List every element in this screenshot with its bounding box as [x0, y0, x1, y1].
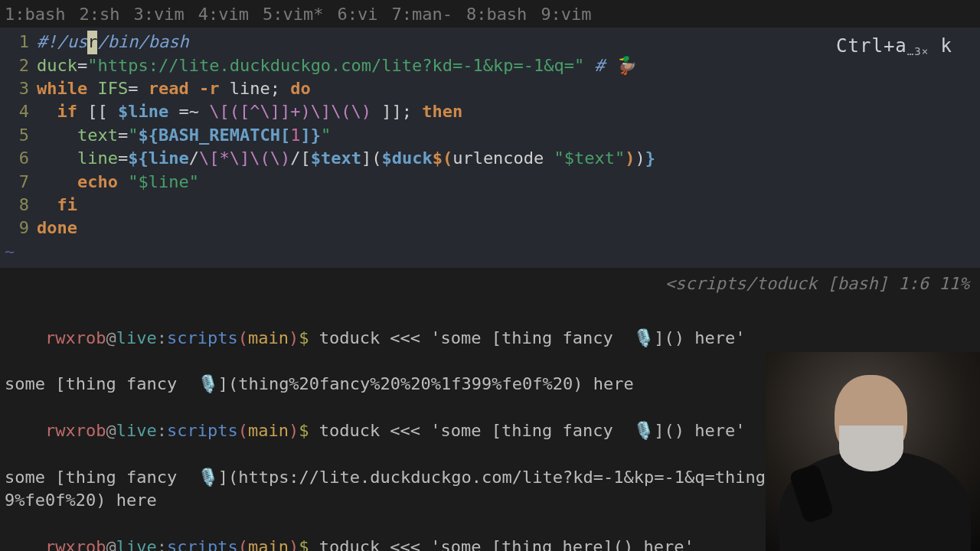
- tmux-window[interactable]: 4:vim: [198, 3, 249, 26]
- code-text: ]}: [300, 124, 321, 147]
- vim-empty-line: ~: [0, 240, 15, 263]
- tmux-window[interactable]: 7:man-: [391, 3, 452, 26]
- code-text: # 🦆: [584, 54, 635, 77]
- prompt-dollar: $: [299, 328, 309, 347]
- line-number: 6: [0, 147, 37, 170]
- prompt-at: @: [106, 328, 116, 347]
- code-text: then: [422, 100, 462, 123]
- code-text: $duck: [381, 147, 432, 170]
- code-text: /: [189, 147, 199, 170]
- code-text: =~: [168, 100, 209, 123]
- vim-status-line: <scripts/toduck [bash] 1:6 11%: [0, 268, 980, 302]
- vim-editor-pane[interactable]: 1#!/usr/bin/bash 2duck="https://lite.duc…: [0, 28, 980, 268]
- code-text: fi: [37, 194, 77, 217]
- prompt-host: live: [116, 328, 157, 347]
- tmux-window[interactable]: 5:vim*: [263, 3, 323, 26]
- code-text: ): [625, 147, 635, 170]
- code-text: \[([^\]]+)\]\(\): [209, 100, 371, 123]
- code-text: line: [37, 147, 118, 170]
- code-text: "$text": [554, 147, 626, 170]
- code-text: ${line: [128, 147, 188, 170]
- code-text: if: [37, 100, 77, 123]
- code-text: =: [77, 54, 87, 77]
- code-text: #!/us: [37, 31, 87, 54]
- code-text: while: [37, 77, 87, 100]
- prompt-user: rwxrob: [45, 421, 106, 440]
- code-text: ]];: [371, 100, 422, 123]
- terminal-command: toduck <<< 'some [thing here]() here': [309, 537, 694, 551]
- code-text: echo: [37, 171, 118, 194]
- code-text: $(: [433, 147, 453, 170]
- code-text: text: [37, 124, 118, 147]
- code-text: urlencode: [452, 147, 554, 170]
- prompt-path: scripts: [167, 328, 238, 347]
- tmux-window[interactable]: 3:vim: [133, 3, 184, 26]
- code-text: "$line": [128, 171, 199, 194]
- code-text: /bin/bash: [97, 31, 188, 54]
- line-number: 2: [0, 54, 37, 77]
- code-text: "https://lite.duckduckgo.com/lite?kd=-1&…: [87, 54, 584, 77]
- tmux-tab-bar: 1:bash 2:sh 3:vim 4:vim 5:vim* 6:vi 7:ma…: [0, 0, 980, 28]
- code-text: 1: [290, 124, 300, 147]
- code-text: ": [321, 124, 331, 147]
- code-text: ](: [361, 147, 382, 170]
- code-text: $line: [118, 100, 168, 123]
- code-text: read -r: [149, 77, 220, 100]
- line-number: 7: [0, 171, 37, 194]
- code-text: ${BASH_REMATCH[: [138, 124, 290, 147]
- code-text: done: [37, 217, 77, 240]
- code-text: [118, 171, 128, 194]
- line-number: 5: [0, 124, 37, 147]
- line-number: 3: [0, 77, 37, 100]
- code-text: [[: [77, 100, 118, 123]
- code-text: =: [118, 147, 128, 170]
- tmux-window[interactable]: 2:sh: [79, 3, 119, 26]
- tmux-window[interactable]: 8:bash: [466, 3, 527, 26]
- tmux-window[interactable]: 6:vi: [337, 3, 377, 26]
- terminal-command: toduck <<< 'some [thing fancy 🎙️]() here…: [309, 421, 745, 440]
- prompt-sep: :: [157, 328, 167, 347]
- code-text: duck: [37, 54, 77, 77]
- code-text: =: [128, 77, 149, 100]
- prompt-paren: (: [238, 328, 248, 347]
- code-text: $text: [311, 147, 361, 170]
- vim-cursor: r: [87, 31, 97, 54]
- code-text: \[*\]\(\): [199, 147, 290, 170]
- code-text: IFS: [87, 77, 128, 100]
- code-text: }: [645, 147, 655, 170]
- tmux-window[interactable]: 1:bash: [5, 3, 65, 26]
- prompt-user: rwxrob: [45, 537, 106, 551]
- prompt-user: rwxrob: [45, 328, 106, 347]
- prompt-branch: main: [248, 328, 289, 347]
- line-number: 4: [0, 100, 37, 123]
- prompt-paren: ): [289, 328, 299, 347]
- tmux-window[interactable]: 9:vim: [541, 3, 591, 26]
- terminal-command: toduck <<< 'some [thing fancy 🎙️]() here…: [309, 328, 745, 347]
- code-text: ": [128, 124, 138, 147]
- line-number: 8: [0, 194, 37, 217]
- line-number: 1: [0, 31, 37, 54]
- webcam-overlay: [766, 352, 980, 551]
- code-text: do: [290, 77, 311, 100]
- code-text: line;: [219, 77, 290, 100]
- code-text: ): [635, 147, 645, 170]
- code-text: =: [118, 124, 128, 147]
- keycast-hint: Ctrl+a…3× k: [836, 34, 952, 59]
- code-text: /[: [290, 147, 311, 170]
- line-number: 9: [0, 217, 37, 240]
